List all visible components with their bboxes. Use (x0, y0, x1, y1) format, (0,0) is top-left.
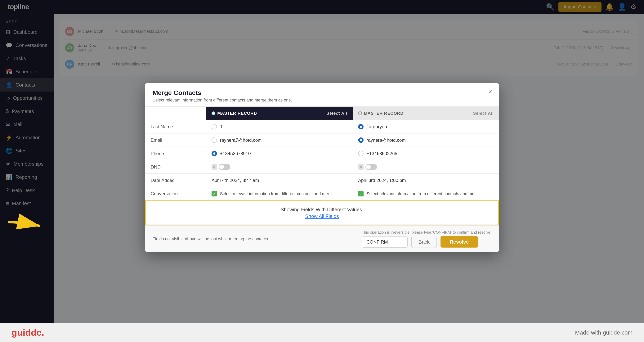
showing-fields-text: Showing Fields With Different Values. (153, 206, 491, 212)
close-button[interactable]: × (488, 88, 492, 95)
select-all-left[interactable]: Select All (326, 111, 347, 116)
footer-actions: Back Resolve (362, 236, 492, 248)
conversation-value-right: Select relevant information from differe… (366, 191, 482, 196)
left-conversation-row[interactable]: ✓ Select relevant information from diffe… (206, 187, 353, 200)
radio-email-left[interactable] (212, 137, 217, 143)
date-value-left: April 4th 2024, 8:47 am (212, 178, 259, 183)
resolve-button[interactable]: Resolve (440, 236, 478, 248)
modal-header: Merge Contacts Select relevant informati… (145, 83, 499, 107)
right-record-column: MASTER RECORD Select All Targaryen rayne… (353, 107, 499, 200)
radio-lastname-right[interactable] (358, 124, 364, 129)
master-dot-left (212, 112, 215, 115)
right-dnd-row[interactable]: ✕ (353, 160, 499, 174)
left-lastname-row[interactable]: T (206, 120, 353, 134)
confirm-input[interactable] (362, 236, 408, 248)
guidde-footer: guidde. Made with guidde.com (0, 323, 644, 342)
right-col-header: MASTER RECORD Select All (353, 107, 499, 120)
irreversible-text: This operation is irreversible, please t… (362, 230, 492, 234)
radio-lastname-left[interactable] (212, 124, 217, 129)
right-lastname-row[interactable]: Targaryen (353, 120, 499, 134)
master-dot-right (358, 112, 362, 115)
left-date-row: April 4th 2024, 8:47 am (206, 174, 353, 187)
merge-contacts-modal: Merge Contacts Select relevant informati… (145, 83, 499, 252)
select-all-right[interactable]: Select All (473, 111, 494, 116)
master-record-label-right: MASTER RECORD (364, 111, 404, 116)
radio-phone-left[interactable] (212, 151, 217, 156)
right-conversation-row[interactable]: ✓ Select relevant information from diffe… (353, 187, 499, 200)
left-col-header: MASTER RECORD Select All (206, 107, 353, 120)
show-fields-bar: Showing Fields With Different Values. Sh… (145, 200, 499, 226)
show-all-fields-link[interactable]: Show All Fields (153, 213, 491, 219)
email-value-left: raynera7@hotd.com (220, 137, 262, 143)
radio-email-right[interactable] (358, 137, 364, 143)
conversation-value-left: Select relevant information from differe… (220, 191, 335, 196)
phone-value-left: +13452678910 (220, 151, 251, 156)
right-date-row: April 3rd 2024, 1:00 pm (353, 174, 499, 187)
toggle-x-right: ✕ (358, 164, 364, 170)
toggle-x-left: ✕ (212, 164, 217, 170)
lastname-value-left: T (220, 124, 223, 129)
footer-right: This operation is irreversible, please t… (362, 230, 492, 248)
left-record-column: MASTER RECORD Select All T raynera7@hotd… (206, 107, 353, 200)
field-label-dnd: DND (145, 160, 206, 174)
field-label-email: Email (145, 134, 206, 147)
lastname-value-right: Targaryen (366, 124, 387, 129)
toggle-track-right[interactable] (366, 164, 377, 170)
date-value-right: April 3rd 2024, 1:00 pm (358, 178, 406, 183)
field-label-date-added: Date Added (145, 174, 206, 187)
guidde-logo: guidde. (12, 327, 44, 338)
modal-footer: Fields not visible above will be lost wh… (145, 226, 499, 252)
back-button[interactable]: Back (412, 236, 437, 248)
field-label-phone: Phone (145, 147, 206, 160)
arrow-annotation (6, 211, 48, 234)
left-email-row[interactable]: raynera7@hotd.com (206, 134, 353, 147)
radio-phone-right[interactable] (358, 151, 364, 156)
left-phone-row[interactable]: +13452678910 (206, 147, 353, 160)
field-label-lastname: Last Name (145, 120, 206, 134)
modal-body: Last Name Email Phone DND Date Added Con… (145, 107, 499, 200)
checkbox-conversation-left[interactable]: ✓ (212, 191, 217, 196)
phone-value-right: +13468902265 (366, 151, 398, 156)
checkbox-conversation-right[interactable]: ✓ (358, 191, 364, 196)
toggle-track-left[interactable] (219, 164, 230, 170)
guidde-tagline: Made with guidde.com (575, 329, 632, 336)
modal-title: Merge Contacts (152, 89, 492, 96)
arrow-svg (6, 211, 48, 234)
toggle-thumb-left (220, 164, 224, 169)
modal-subtitle: Select relevant information from differe… (152, 98, 492, 103)
email-value-right: raynera@hotd.com (366, 137, 406, 143)
field-label-conversation: Conversation (145, 187, 206, 200)
footer-note: Fields not visible above will be lost wh… (152, 236, 268, 242)
toggle-thumb-right (366, 164, 371, 169)
right-email-row[interactable]: raynera@hotd.com (353, 134, 499, 147)
field-labels-column: Last Name Email Phone DND Date Added Con… (145, 107, 206, 200)
left-dnd-row[interactable]: ✕ (206, 160, 353, 174)
right-phone-row[interactable]: +13468902265 (353, 147, 499, 160)
master-record-label-left: MASTER RECORD (217, 111, 257, 116)
